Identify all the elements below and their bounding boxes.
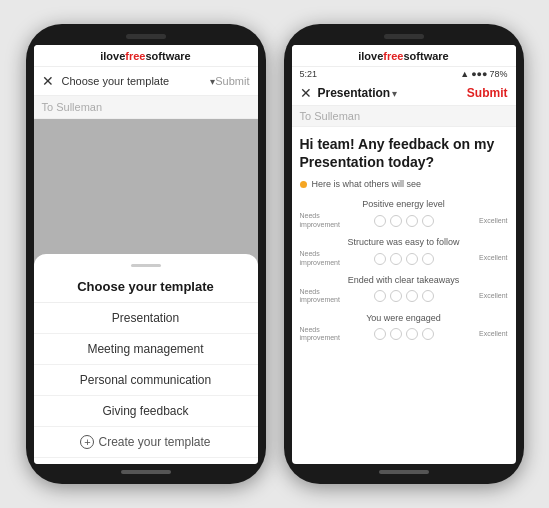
p2-scale-right-3: Excellent bbox=[478, 330, 508, 338]
p2-wifi-icon: ▲ bbox=[460, 69, 469, 79]
p1-sheet-title: Choose your template bbox=[34, 275, 258, 303]
p2-scale-left-0: Needs improvement bbox=[300, 212, 330, 229]
p2-rating-label-3: You were engaged bbox=[300, 313, 508, 323]
p2-rating-row-2: Ended with clear takeaways Needs improve… bbox=[300, 275, 508, 305]
p2-circle-0-1[interactable] bbox=[374, 215, 386, 227]
p2-content: Hi team! Any feedback on my Presentation… bbox=[292, 127, 516, 464]
phone-1-home-bar bbox=[121, 470, 171, 474]
brand-free-2: free bbox=[383, 50, 403, 62]
p2-circle-2-2[interactable] bbox=[390, 290, 402, 302]
p2-circle-0-3[interactable] bbox=[406, 215, 418, 227]
p2-circles-3 bbox=[374, 328, 434, 340]
p1-overlay: Choose your template Presentation Meetin… bbox=[34, 119, 258, 464]
p1-template-feedback[interactable]: Giving feedback bbox=[34, 396, 258, 427]
p1-plus-circle-icon: + bbox=[80, 435, 94, 449]
p2-circle-1-2[interactable] bbox=[390, 253, 402, 265]
p2-battery: 78% bbox=[489, 69, 507, 79]
brand-header-2: ilovefreesoftware bbox=[292, 45, 516, 67]
p2-rating-row-0: Positive energy level Needs improvement … bbox=[300, 199, 508, 229]
p1-template-presentation[interactable]: Presentation bbox=[34, 303, 258, 334]
phone-1: ilovefreesoftware ✕ Choose your template… bbox=[26, 24, 266, 484]
p2-circle-3-3[interactable] bbox=[406, 328, 418, 340]
p2-scale-left-1: Needs improvement bbox=[300, 250, 330, 267]
phone-2: ilovefreesoftware 5:21 ▲ ●●● 78% ✕ Prese… bbox=[284, 24, 524, 484]
p2-rating-scale-3: Needs improvement Excellent bbox=[300, 326, 508, 343]
p2-topbar: ✕ Presentation ▾ Submit bbox=[292, 81, 516, 106]
brand-header-1: ilovefreesoftware bbox=[34, 45, 258, 67]
p2-scale-left-3: Needs improvement bbox=[300, 326, 330, 343]
p2-hint: Here is what others will see bbox=[300, 179, 508, 189]
p1-to-field[interactable]: To Sulleman bbox=[34, 96, 258, 119]
p1-template-meeting[interactable]: Meeting management bbox=[34, 334, 258, 365]
p2-rating-label-2: Ended with clear takeaways bbox=[300, 275, 508, 285]
p2-circle-2-4[interactable] bbox=[422, 290, 434, 302]
p2-title-area: Presentation ▾ bbox=[318, 86, 467, 100]
p2-chevron-icon[interactable]: ▾ bbox=[392, 88, 397, 99]
p2-title: Presentation bbox=[318, 86, 391, 100]
phones-container: ilovefreesoftware ✕ Choose your template… bbox=[26, 24, 524, 484]
p2-scale-right-0: Excellent bbox=[478, 217, 508, 225]
p2-circles-0 bbox=[374, 215, 434, 227]
p2-circle-2-3[interactable] bbox=[406, 290, 418, 302]
p2-rating-label-0: Positive energy level bbox=[300, 199, 508, 209]
phone-1-speaker bbox=[126, 34, 166, 39]
p1-topbar: ✕ Choose your template ▾ Submit bbox=[34, 67, 258, 96]
p2-signal-icon: ●●● bbox=[471, 69, 487, 79]
phone-1-screen: ilovefreesoftware ✕ Choose your template… bbox=[34, 45, 258, 464]
brand-software-1: software bbox=[146, 50, 191, 62]
p1-title: Choose your template bbox=[62, 75, 209, 87]
phone-2-screen: ilovefreesoftware 5:21 ▲ ●●● 78% ✕ Prese… bbox=[292, 45, 516, 464]
p2-circle-3-2[interactable] bbox=[390, 328, 402, 340]
p1-title-area: Choose your template ▾ bbox=[62, 75, 216, 87]
p2-circle-3-4[interactable] bbox=[422, 328, 434, 340]
p2-close-icon[interactable]: ✕ bbox=[300, 85, 312, 101]
brand-ilove-1: ilove bbox=[100, 50, 125, 62]
p2-rating-scale-1: Needs improvement Excellent bbox=[300, 250, 508, 267]
brand-free-1: free bbox=[125, 50, 145, 62]
p1-create-label: Create your template bbox=[98, 435, 210, 449]
p2-circle-0-2[interactable] bbox=[390, 215, 402, 227]
p1-template-personal[interactable]: Personal communication bbox=[34, 365, 258, 396]
p2-rating-row-1: Structure was easy to follow Needs impro… bbox=[300, 237, 508, 267]
p2-to-field[interactable]: To Sulleman bbox=[292, 106, 516, 127]
brand-ilove-2: ilove bbox=[358, 50, 383, 62]
p2-submit-button[interactable]: Submit bbox=[467, 86, 508, 100]
phone-2-speaker bbox=[384, 34, 424, 39]
p2-scale-right-1: Excellent bbox=[478, 254, 508, 262]
p2-time: 5:21 bbox=[300, 69, 318, 79]
p2-circle-1-1[interactable] bbox=[374, 253, 386, 265]
p2-status-bar: 5:21 ▲ ●●● 78% bbox=[292, 67, 516, 81]
p2-circles-2 bbox=[374, 290, 434, 302]
p2-rating-scale-0: Needs improvement Excellent bbox=[300, 212, 508, 229]
p2-circle-2-1[interactable] bbox=[374, 290, 386, 302]
p2-rating-scale-2: Needs improvement Excellent bbox=[300, 288, 508, 305]
p2-hint-text: Here is what others will see bbox=[312, 179, 422, 189]
p1-submit-button[interactable]: Submit bbox=[215, 75, 249, 87]
p2-circle-1-4[interactable] bbox=[422, 253, 434, 265]
p2-rating-row-3: You were engaged Needs improvement Excel… bbox=[300, 313, 508, 343]
p2-hint-dot-icon bbox=[300, 181, 307, 188]
phone-2-home-bar bbox=[379, 470, 429, 474]
p2-question: Hi team! Any feedback on my Presentation… bbox=[300, 135, 508, 171]
p2-scale-left-2: Needs improvement bbox=[300, 288, 330, 305]
p2-circle-3-1[interactable] bbox=[374, 328, 386, 340]
p2-scale-right-2: Excellent bbox=[478, 292, 508, 300]
p1-sheet-handle bbox=[131, 264, 161, 267]
p2-circle-0-4[interactable] bbox=[422, 215, 434, 227]
p2-rating-label-1: Structure was easy to follow bbox=[300, 237, 508, 247]
p2-circles-1 bbox=[374, 253, 434, 265]
p2-circle-1-3[interactable] bbox=[406, 253, 418, 265]
p2-status-right: ▲ ●●● 78% bbox=[460, 69, 507, 79]
p1-bottom-sheet: Choose your template Presentation Meetin… bbox=[34, 254, 258, 464]
brand-software-2: software bbox=[404, 50, 449, 62]
p1-close-icon[interactable]: ✕ bbox=[42, 73, 54, 89]
p1-create-template[interactable]: + Create your template bbox=[34, 427, 258, 458]
